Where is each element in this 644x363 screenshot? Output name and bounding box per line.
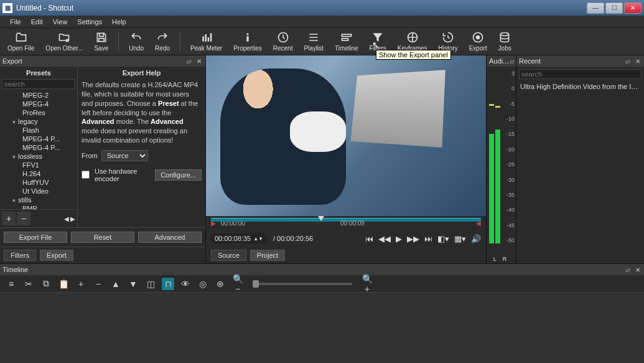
preset-category[interactable]: legacy bbox=[0, 117, 77, 126]
close-panel-icon[interactable]: ✕ bbox=[195, 57, 203, 65]
ripple-all-icon[interactable]: ⊛ bbox=[214, 279, 226, 289]
preset-category[interactable]: lossless bbox=[0, 152, 77, 161]
copy-icon[interactable]: ⧉ bbox=[40, 278, 52, 289]
presets-column: Presets MPEG-2 MPEG-4 ProRes legacy Flas… bbox=[0, 67, 78, 227]
zoom-out-icon[interactable]: 🔍− bbox=[231, 274, 244, 294]
scroll-right-icon[interactable]: ▶ bbox=[70, 215, 75, 222]
split-icon[interactable]: ◫ bbox=[144, 279, 157, 289]
menu-settings[interactable]: Settings bbox=[72, 17, 107, 27]
grid-icon[interactable]: ▦▾ bbox=[454, 234, 466, 243]
export-panel-header: Export ▱✕ bbox=[0, 55, 205, 67]
recent-item[interactable]: Ultra High Definition Video from the Int… bbox=[516, 82, 644, 92]
preset-item[interactable]: H.264 bbox=[0, 169, 77, 178]
tab-project[interactable]: Project bbox=[250, 250, 285, 261]
video-preview[interactable] bbox=[206, 55, 486, 216]
undock-icon[interactable]: ▱ bbox=[508, 57, 516, 65]
undo-icon bbox=[130, 31, 142, 44]
remove-icon[interactable]: − bbox=[92, 279, 105, 289]
svg-rect-2 bbox=[205, 34, 207, 42]
export-button[interactable]: Export bbox=[465, 30, 491, 53]
preset-item[interactable]: ProRes bbox=[0, 108, 77, 117]
svg-rect-6 bbox=[246, 36, 248, 41]
close-button[interactable]: ✕ bbox=[624, 2, 642, 14]
timeline-tracks[interactable] bbox=[0, 293, 644, 363]
menu-icon[interactable]: ≡ bbox=[5, 279, 17, 289]
minimize-button[interactable]: — bbox=[587, 2, 604, 14]
menu-view[interactable]: View bbox=[48, 17, 73, 27]
zoom-slider[interactable] bbox=[253, 283, 352, 285]
undock-icon[interactable]: ▱ bbox=[185, 57, 193, 65]
maximize-button[interactable]: ☐ bbox=[605, 2, 623, 14]
recent-search-input[interactable] bbox=[519, 69, 642, 79]
presets-tree[interactable]: MPEG-2 MPEG-4 ProRes legacy Flash MPEG-4… bbox=[0, 91, 77, 209]
redo-button[interactable]: Redo bbox=[151, 30, 174, 53]
close-panel-icon[interactable]: ✕ bbox=[634, 266, 642, 273]
svg-rect-3 bbox=[207, 37, 209, 42]
zoom-in-icon[interactable]: 🔍+ bbox=[361, 274, 373, 294]
out-point-icon[interactable]: ◀ bbox=[476, 220, 481, 227]
preset-item[interactable]: Ut Video bbox=[0, 187, 77, 196]
tab-source[interactable]: Source bbox=[211, 250, 246, 261]
open-other-button[interactable]: Open Other... bbox=[42, 30, 86, 53]
preset-item[interactable]: HuffYUV bbox=[0, 178, 77, 187]
advanced-button[interactable]: Advanced bbox=[138, 232, 202, 243]
remove-preset-button[interactable]: − bbox=[17, 212, 30, 225]
preset-item[interactable]: MPEG-2 bbox=[0, 91, 77, 100]
skip-start-icon[interactable]: ⏮ bbox=[365, 234, 373, 243]
properties-button[interactable]: Properties bbox=[230, 30, 266, 53]
peak-right bbox=[495, 106, 500, 108]
undock-icon[interactable]: ▱ bbox=[624, 266, 632, 273]
cut-icon[interactable]: ✂ bbox=[22, 279, 35, 289]
add-preset-button[interactable]: + bbox=[2, 212, 16, 225]
recent-button[interactable]: Recent bbox=[269, 30, 297, 53]
scrub-icon[interactable]: 👁 bbox=[179, 279, 192, 289]
rewind-icon[interactable]: ◀◀ bbox=[378, 234, 391, 243]
zoom-toggle-icon[interactable]: ◧▾ bbox=[437, 234, 449, 243]
tab-export[interactable]: Export bbox=[40, 250, 73, 261]
menu-help[interactable]: Help bbox=[107, 17, 131, 27]
jobs-button[interactable]: Jobs bbox=[495, 30, 515, 53]
hw-encoder-checkbox[interactable] bbox=[82, 171, 90, 179]
reset-button[interactable]: Reset bbox=[71, 232, 134, 243]
preset-category[interactable]: stills bbox=[0, 196, 77, 204]
overwrite-icon[interactable]: ▼ bbox=[127, 279, 139, 289]
export-panel: Export ▱✕ Presets MPEG-2 MPEG-4 ProRes l… bbox=[0, 55, 206, 263]
configure-button[interactable]: Configure... bbox=[155, 169, 202, 181]
undo-button[interactable]: Undo bbox=[125, 30, 147, 53]
preset-item[interactable]: Flash bbox=[0, 126, 77, 134]
append-icon[interactable]: + bbox=[75, 279, 87, 289]
peak-meter-button[interactable]: Peak Meter bbox=[187, 30, 226, 53]
volume-icon[interactable]: 🔊 bbox=[471, 234, 481, 243]
play-icon[interactable]: ▶ bbox=[396, 234, 402, 243]
preset-item[interactable]: MPEG-4 P... bbox=[0, 143, 77, 152]
lift-icon[interactable]: ▲ bbox=[110, 279, 122, 289]
menu-edit[interactable]: Edit bbox=[26, 17, 48, 27]
preset-item[interactable]: BMP bbox=[0, 204, 77, 209]
preset-search-input[interactable] bbox=[2, 79, 75, 89]
save-button[interactable]: Save bbox=[90, 30, 112, 53]
skip-end-icon[interactable]: ⏭ bbox=[424, 234, 432, 243]
tab-filters[interactable]: Filters bbox=[4, 250, 36, 261]
paste-icon[interactable]: 📋 bbox=[57, 279, 70, 289]
playlist-button[interactable]: Playlist bbox=[300, 30, 327, 53]
duration-label: / 00:00:20:56 bbox=[273, 235, 313, 242]
open-file-button[interactable]: Open File bbox=[4, 30, 38, 53]
undock-icon[interactable]: ▱ bbox=[624, 57, 632, 65]
scroll-left-icon[interactable]: ◀ bbox=[64, 215, 69, 222]
export-file-button[interactable]: Export File bbox=[4, 232, 67, 243]
preset-item[interactable]: MPEG-4 bbox=[0, 100, 77, 108]
ripple-icon[interactable]: ◎ bbox=[197, 279, 209, 289]
preview-ruler[interactable]: ▶ 00:00:00 00:00:09 ◀ bbox=[206, 216, 486, 230]
from-select[interactable]: Source bbox=[101, 150, 148, 161]
preset-item[interactable]: MPEG-4 P... bbox=[0, 134, 77, 143]
forward-icon[interactable]: ▶▶ bbox=[407, 234, 419, 243]
timecode-input[interactable]: 00:00:08:35▲▼ bbox=[211, 233, 267, 243]
playhead[interactable] bbox=[318, 216, 324, 221]
close-panel-icon[interactable]: ✕ bbox=[634, 57, 642, 65]
stack-icon bbox=[498, 31, 511, 44]
timeline-button[interactable]: Timeline bbox=[331, 30, 362, 53]
snap-icon[interactable]: ⊓ bbox=[162, 278, 174, 290]
menu-file[interactable]: File bbox=[5, 17, 26, 27]
preset-item[interactable]: FFV1 bbox=[0, 161, 77, 169]
svg-rect-9 bbox=[342, 39, 348, 40]
